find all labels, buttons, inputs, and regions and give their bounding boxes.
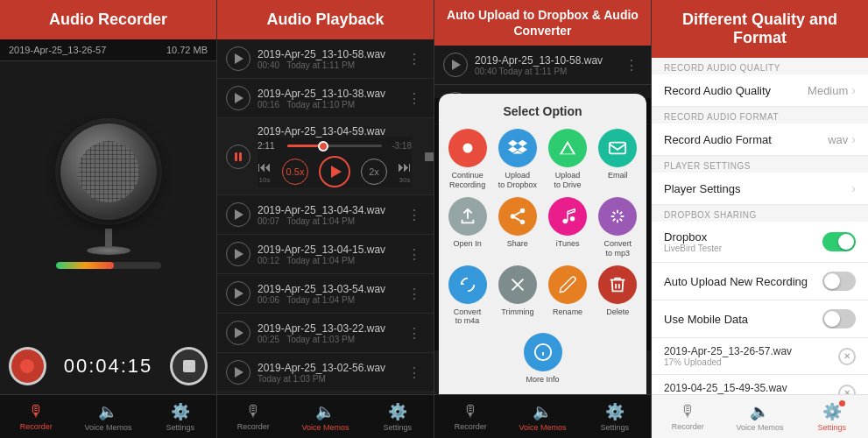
more-options-button[interactable]: ⋮ [404, 51, 425, 67]
option-upload-drive[interactable]: Uploadto Drive [547, 129, 589, 190]
list-item: 2019-Apr-25_13-10-58.wav 00:40 Today at … [434, 46, 651, 85]
nav-settings[interactable]: ⚙️ Settings [796, 395, 868, 438]
item-info: 2019-Apr-25_13-04-34.wav 00:07 Today at … [258, 204, 397, 226]
skip-forward-button[interactable]: ⏭ 30s [398, 159, 412, 184]
pause-button[interactable] [226, 145, 251, 169]
delete-icon [598, 265, 637, 304]
play-pause-main-button[interactable] [319, 156, 350, 187]
remaining-time: -3:18 [387, 141, 412, 151]
row-dropbox: Dropbox LiveBird Tester [652, 222, 868, 263]
settings-icon: ⚙️ [822, 402, 842, 421]
nav-voice-label: Voice Memos [736, 423, 783, 432]
nav-voice-memos[interactable]: 🔈 Voice Memos [723, 395, 795, 438]
play-button[interactable] [226, 86, 251, 110]
dropbox-toggle[interactable] [822, 232, 856, 251]
microphone-icon [60, 124, 157, 220]
nav-recorder[interactable]: 🎙 Recorder [217, 395, 289, 438]
row-audio-quality[interactable]: Record Audio Quality Medium › [652, 74, 868, 107]
voice-memos-nav-icon: 🔈 [315, 402, 335, 421]
option-delete[interactable]: Delete [596, 265, 639, 327]
option-email[interactable]: Email [596, 129, 639, 190]
upload-percent: 17% Uploaded [664, 357, 792, 367]
more-options-button[interactable]: ⋮ [404, 90, 425, 107]
more-options-button[interactable]: ⏹ [419, 149, 434, 165]
option-open-in[interactable]: Open In [446, 197, 489, 258]
svg-point-2 [520, 208, 526, 214]
more-options-button[interactable]: ⋮ [404, 246, 425, 263]
more-options-button[interactable]: ⋮ [404, 364, 425, 381]
nav-recorder-label: Recorder [455, 422, 487, 431]
play-button[interactable] [443, 53, 468, 77]
more-options-button[interactable]: ⋮ [621, 57, 642, 74]
more-options-button[interactable]: ⋮ [404, 286, 425, 302]
item-info: 2019-Apr-25_13-10-38.wav 00:16 Today at … [258, 88, 397, 110]
option-rename[interactable]: Rename [547, 265, 589, 327]
option-itunes[interactable]: iTunes [547, 197, 589, 258]
play-button[interactable] [226, 321, 251, 345]
mobile-data-toggle[interactable] [822, 309, 856, 328]
nav-settings[interactable]: ⚙️ Settings [362, 395, 434, 438]
play-button[interactable] [226, 46, 251, 71]
filename: 2019-Apr-25_13-03-22.wav [258, 322, 397, 335]
nav-settings[interactable]: ⚙️ Settings [145, 395, 216, 438]
scrubber[interactable]: 2:11 -3:18 [258, 141, 412, 151]
play-button[interactable] [226, 202, 251, 227]
cancel-upload-button[interactable]: ✕ [838, 385, 856, 395]
progress-track[interactable] [287, 145, 382, 147]
panel1-header: Audio Recorder [0, 0, 216, 39]
play-icon [235, 93, 243, 103]
row-player-settings[interactable]: Player Settings › [652, 173, 868, 205]
record-button[interactable] [9, 347, 46, 385]
nav-settings[interactable]: ⚙️ Settings [579, 395, 651, 438]
option-share[interactable]: Share [496, 197, 539, 258]
option-convert-mp3[interactable]: Convertto mp3 [596, 197, 639, 258]
play-icon [452, 60, 461, 70]
cancel-upload-button[interactable]: ✕ [838, 348, 856, 365]
toggle-knob [824, 273, 840, 289]
option-label: ContinueRecording [449, 171, 485, 190]
file-meta: 00:25 Today at 1:03 PM [258, 335, 397, 344]
nav-voice-memos[interactable]: 🔈 Voice Memos [72, 395, 144, 438]
svg-point-8 [570, 216, 575, 222]
playback-controls: ⏮ 10s 0.5x 2x [258, 156, 412, 187]
row-audio-format[interactable]: Record Audio Format wav › [652, 124, 868, 156]
dropbox-sublabel: LiveBird Tester [664, 244, 722, 253]
nav-recorder[interactable]: 🎙 Recorder [434, 395, 506, 438]
speed-05x-button[interactable]: 0.5x [282, 159, 308, 185]
filename: 2019-Apr-25_13-10-58.wav [475, 54, 614, 67]
auto-upload-toggle[interactable] [822, 272, 856, 291]
option-more-info[interactable]: More Info [524, 333, 562, 385]
chevron-right-icon: › [851, 181, 856, 195]
play-button[interactable] [226, 281, 251, 306]
skip-back-button[interactable]: ⏮ 10s [258, 159, 272, 184]
option-upload-dropbox[interactable]: Uploadto Dropbox [496, 129, 539, 190]
speed-2x-button[interactable]: 2x [361, 159, 387, 185]
option-convert-m4a[interactable]: Convertto m4a [446, 265, 489, 327]
option-label: Uploadto Drive [554, 171, 582, 190]
panel4-header: Different Quality and Format [652, 0, 868, 58]
scrubber-thumb[interactable] [318, 141, 328, 152]
option-label: Delete [606, 307, 629, 317]
audio-format-label: Record Audio Format [664, 133, 772, 146]
file-meta: 00:07 Today at 1:04 PM [258, 216, 397, 226]
mobile-data-label: Use Mobile Data [664, 313, 748, 326]
p1-filesize: 10.72 MB [166, 45, 208, 55]
play-button[interactable] [226, 242, 251, 266]
nav-recorder[interactable]: 🎙 Recorder [0, 395, 72, 438]
more-options-button[interactable]: ⋮ [404, 325, 425, 342]
modal-title: Select Option [446, 104, 639, 118]
nav-recorder-label: Recorder [237, 422, 270, 431]
option-trimming[interactable]: Trimming [496, 265, 539, 327]
play-button[interactable] [226, 360, 251, 385]
mic-icon: 🎙 [680, 402, 695, 420]
option-continue-recording[interactable]: ContinueRecording [446, 129, 489, 190]
stop-button[interactable] [170, 347, 208, 385]
mic-grill [78, 141, 139, 202]
nav-voice-memos[interactable]: 🔈 Voice Memos [506, 395, 578, 438]
option-label: More Info [526, 375, 559, 385]
more-options-button[interactable]: ⋮ [404, 207, 425, 223]
chevron-right-icon: › [851, 132, 856, 146]
nav-voice-memos[interactable]: 🔈 Voice Memos [289, 395, 361, 438]
nav-recorder[interactable]: 🎙 Recorder [652, 395, 723, 438]
list-item: 2019-Apr-25_13-04-34.wav 00:07 Today at … [217, 195, 434, 235]
